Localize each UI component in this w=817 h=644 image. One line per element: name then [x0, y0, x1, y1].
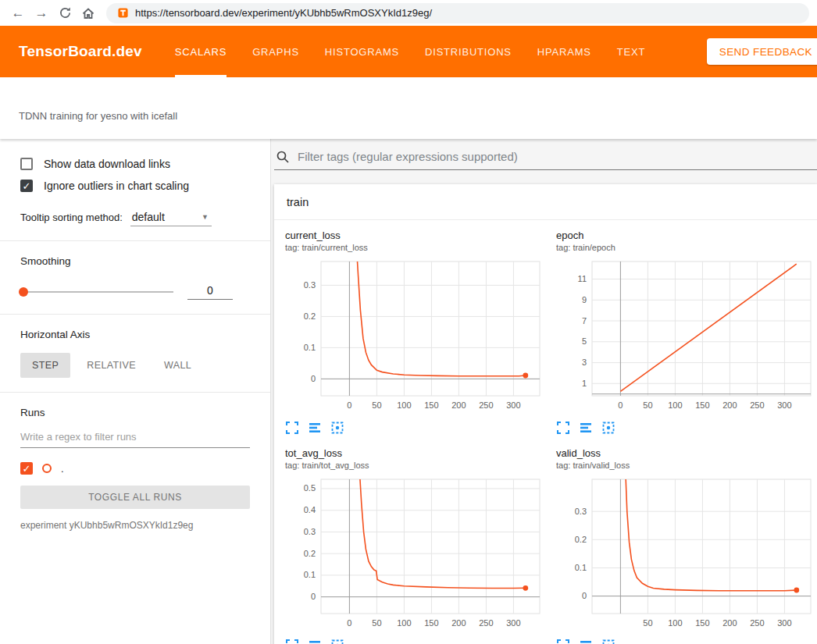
svg-text:100: 100 — [397, 618, 411, 628]
svg-text:0: 0 — [347, 400, 351, 410]
send-feedback-button[interactable]: SEND FEEDBACK — [707, 38, 817, 65]
horizontal-axis-label: Horizontal Axis — [20, 329, 250, 340]
settings-sidebar: Show data download links ✓ Ignore outlie… — [0, 139, 271, 644]
reload-icon-glyph — [59, 6, 72, 20]
tag-filter-input[interactable] — [298, 150, 817, 163]
run-color-swatch — [42, 464, 52, 473]
chart-actions — [285, 639, 550, 644]
back-icon[interactable]: ← — [8, 3, 28, 23]
svg-text:300: 300 — [777, 618, 791, 628]
chart-plot[interactable]: 05010015020025030000.10.20.30.40.5 — [285, 475, 546, 634]
ignore-outliers-checkbox[interactable]: ✓ — [20, 180, 33, 192]
svg-text:300: 300 — [506, 618, 520, 628]
experiment-description: TDNN training for yesno with icefall — [19, 110, 177, 122]
expand-icon[interactable] — [556, 639, 570, 644]
chart-plot[interactable]: 0501001502002503001357911 — [556, 257, 817, 416]
runs-table-icon[interactable] — [308, 639, 322, 644]
tab-hparams[interactable]: HPARAMS — [537, 26, 591, 77]
url-text[interactable]: https://tensorboard.dev/experiment/yKUbh… — [135, 7, 432, 19]
ignore-outliers-label: Ignore outliers in chart scaling — [44, 180, 189, 192]
svg-text:200: 200 — [722, 618, 737, 628]
svg-text:0.2: 0.2 — [304, 549, 316, 558]
tab-distributions[interactable]: DISTRIBUTIONS — [425, 26, 512, 77]
svg-text:200: 200 — [451, 618, 466, 628]
show-download-links-checkbox[interactable] — [20, 158, 33, 170]
chart-tag: tag: train/valid_loss — [556, 461, 817, 470]
expand-icon[interactable] — [285, 639, 299, 644]
home-icon[interactable] — [78, 3, 98, 23]
smoothing-slider-knob[interactable] — [19, 287, 28, 297]
fit-domain-icon[interactable] — [330, 421, 344, 435]
experiment-id-label: experiment yKUbhb5wRmOSXYkId1z9eg — [20, 520, 250, 531]
svg-text:50: 50 — [372, 400, 381, 410]
svg-text:9: 9 — [582, 295, 587, 304]
svg-text:0: 0 — [582, 591, 587, 600]
svg-text:250: 250 — [479, 618, 493, 628]
chart-plot[interactable]: 05010015020025030000.10.20.3 — [285, 257, 546, 416]
runs-table-icon[interactable] — [308, 421, 322, 435]
nav-tabs: SCALARS GRAPHS HISTOGRAMS DISTRIBUTIONS … — [175, 26, 645, 77]
svg-text:0.3: 0.3 — [304, 280, 316, 290]
svg-text:150: 150 — [424, 618, 438, 628]
axis-wall-button[interactable]: WALL — [152, 353, 203, 378]
svg-text:3: 3 — [582, 358, 587, 367]
runs-label: Runs — [20, 407, 250, 418]
scalar-chart-widget: current_loss tag: train/current_loss 050… — [285, 229, 550, 435]
svg-text:200: 200 — [451, 400, 466, 410]
forward-icon[interactable]: → — [31, 3, 52, 23]
svg-text:200: 200 — [722, 400, 737, 410]
svg-text:1: 1 — [582, 379, 587, 388]
svg-text:0.1: 0.1 — [304, 570, 316, 579]
svg-text:50: 50 — [643, 400, 652, 410]
chart-tag: tag: train/current_loss — [285, 243, 550, 252]
runs-table-icon[interactable] — [579, 639, 593, 644]
chart-actions — [285, 421, 550, 435]
svg-text:0.1: 0.1 — [575, 563, 587, 572]
smoothing-slider[interactable] — [20, 291, 173, 293]
reload-icon[interactable] — [55, 3, 75, 23]
runs-table-icon[interactable] — [579, 421, 593, 435]
tab-graphs[interactable]: GRAPHS — [252, 26, 299, 77]
fit-domain-icon[interactable] — [601, 639, 615, 644]
fit-domain-icon[interactable] — [330, 639, 344, 644]
svg-text:250: 250 — [750, 618, 764, 628]
smoothing-value[interactable]: 0 — [187, 284, 233, 300]
address-bar[interactable]: https://tensorboard.dev/experiment/yKUbh… — [106, 3, 809, 23]
chart-actions — [556, 639, 817, 644]
svg-text:100: 100 — [668, 618, 682, 628]
browser-toolbar: ← → https://tensorboard.dev/experiment/y… — [0, 0, 817, 26]
run-list-item[interactable]: ✓ . — [20, 462, 250, 475]
checkmark-icon: ✓ — [23, 464, 31, 474]
svg-text:11: 11 — [578, 274, 587, 283]
svg-text:0.4: 0.4 — [304, 505, 316, 514]
toggle-all-runs-button[interactable]: TOGGLE ALL RUNS — [20, 486, 250, 509]
tab-text[interactable]: TEXT — [617, 26, 645, 77]
svg-text:0.2: 0.2 — [575, 535, 587, 544]
svg-text:100: 100 — [668, 400, 682, 410]
back-arrow-glyph: ← — [12, 5, 25, 21]
sidebar-divider — [0, 240, 270, 241]
axis-step-button[interactable]: STEP — [20, 353, 70, 378]
tooltip-sorting-label: Tooltip sorting method: — [20, 212, 123, 223]
svg-text:0: 0 — [311, 592, 316, 601]
expand-icon[interactable] — [556, 421, 570, 435]
tab-histograms[interactable]: HISTOGRAMS — [325, 26, 399, 77]
train-section-header[interactable]: train — [274, 184, 817, 220]
tooltip-sorting-dropdown[interactable]: default ▼ — [130, 211, 212, 226]
fit-domain-icon[interactable] — [601, 421, 615, 435]
svg-text:250: 250 — [750, 400, 764, 410]
axis-relative-button[interactable]: RELATIVE — [75, 353, 148, 378]
runs-filter-input[interactable] — [20, 428, 250, 448]
expand-icon[interactable] — [285, 421, 299, 435]
scalar-chart-widget: tot_avg_loss tag: train/tot_avg_loss 050… — [285, 447, 550, 644]
train-section-card: train current_loss tag: train/current_lo… — [274, 184, 817, 644]
chart-plot[interactable]: 5010015020025030000.10.20.3 — [556, 475, 817, 634]
svg-text:50: 50 — [372, 618, 381, 628]
run-visibility-checkbox[interactable]: ✓ — [20, 462, 33, 475]
svg-text:5: 5 — [582, 336, 587, 346]
tab-scalars[interactable]: SCALARS — [175, 26, 227, 77]
sidebar-divider — [0, 314, 270, 315]
chart-title: current_loss — [285, 229, 550, 241]
svg-text:0: 0 — [311, 374, 316, 383]
scalar-chart-widget: valid_loss tag: train/valid_loss 5010015… — [556, 447, 817, 644]
